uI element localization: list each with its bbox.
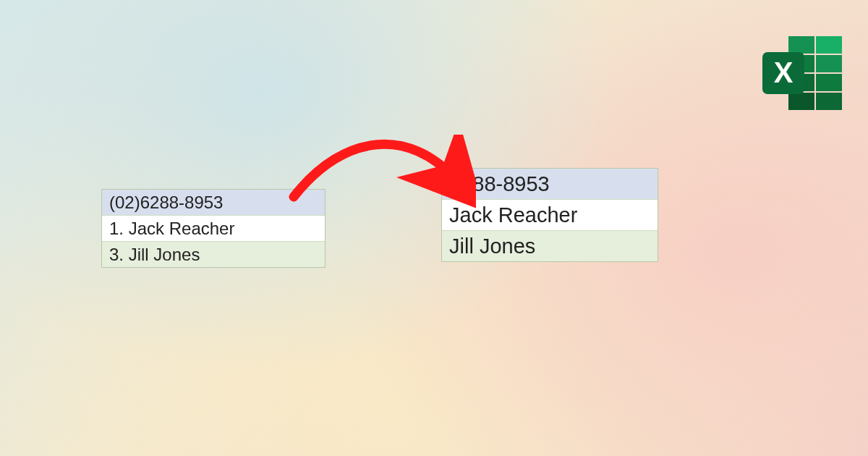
table-row: 1. Jack Reacher — [102, 216, 325, 242]
excel-letter: X — [774, 56, 793, 88]
svg-rect-0 — [788, 36, 814, 54]
svg-rect-3 — [816, 55, 842, 72]
table-row: 3. Jill Jones — [102, 242, 325, 267]
svg-rect-1 — [816, 36, 842, 54]
svg-rect-7 — [816, 93, 842, 110]
arrow-icon — [281, 135, 476, 214]
svg-rect-5 — [816, 74, 842, 91]
svg-rect-6 — [788, 93, 814, 110]
table-row: Jill Jones — [442, 231, 658, 261]
excel-icon: X — [758, 33, 843, 114]
